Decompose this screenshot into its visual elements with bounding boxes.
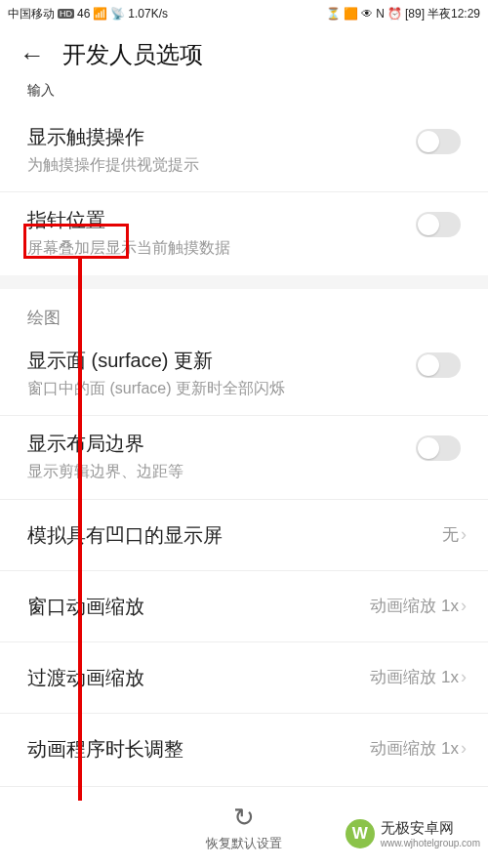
chevron-right-icon: › xyxy=(461,667,467,687)
row-layout-bounds[interactable]: 显示布局边界 显示剪辑边界、边距等 xyxy=(0,415,488,498)
row-value: 动画缩放 1x xyxy=(370,595,459,617)
speed-label: 1.07K/s xyxy=(128,7,168,21)
row-title: 窗口动画缩放 xyxy=(27,593,144,620)
watermark-name: 无极安卓网 xyxy=(381,819,454,836)
row-subtitle: 屏幕叠加层显示当前触摸数据 xyxy=(27,237,404,259)
watermark: W 无极安卓网 www.wjhotelgroup.com xyxy=(346,819,480,848)
toggle-surface-updates[interactable] xyxy=(416,352,461,378)
hd-badge: HD xyxy=(58,9,74,19)
signal-icon: 📶 xyxy=(93,7,107,21)
time-label: 半夜12:29 xyxy=(427,6,480,22)
alarm-icon: ⏰ xyxy=(387,7,402,21)
row-value: 动画缩放 1x xyxy=(370,737,459,760)
page-title: 开发人员选项 xyxy=(62,39,203,70)
row-title: 显示面 (surface) 更新 xyxy=(27,347,404,374)
hourglass-icon: ⏳ xyxy=(326,7,341,21)
reset-icon[interactable]: ↻ xyxy=(233,803,255,833)
toggle-show-touch[interactable] xyxy=(416,129,461,154)
row-transition-animation[interactable]: 过渡动画缩放 动画缩放 1x › xyxy=(0,641,488,713)
status-bar: 中国移动 HD 46 📶 📡 1.07K/s ⏳ 🟧 👁 N ⏰ [89] 半夜… xyxy=(0,0,488,27)
reset-label[interactable]: 恢复默认设置 xyxy=(206,835,282,852)
row-animator-duration[interactable]: 动画程序时长调整 动画缩放 1x › xyxy=(0,713,488,784)
row-value: 无 xyxy=(442,523,459,546)
eye-icon: 👁 xyxy=(361,7,373,21)
row-pointer-location[interactable]: 指针位置 屏幕叠加层显示当前触摸数据 xyxy=(0,191,488,274)
row-title: 模拟具有凹口的显示屏 xyxy=(27,521,223,549)
chevron-right-icon: › xyxy=(461,596,467,616)
section-header-drawing: 绘图 xyxy=(0,289,488,333)
page-header: ← 开发人员选项 xyxy=(0,27,488,78)
carrier-label: 中国移动 xyxy=(8,6,55,22)
net-badge: 46 xyxy=(77,7,90,21)
row-title: 指针位置 xyxy=(27,206,404,233)
row-value: 动画缩放 1x xyxy=(370,666,459,688)
row-subtitle: 窗口中的面 (surface) 更新时全部闪烁 xyxy=(27,378,404,399)
weibo-icon: 🟧 xyxy=(344,7,358,21)
battery-icon: [89] xyxy=(405,7,425,21)
toggle-layout-bounds[interactable] xyxy=(416,435,461,461)
watermark-logo: W xyxy=(346,819,375,848)
row-simulate-cutout[interactable]: 模拟具有凹口的显示屏 无 › xyxy=(0,499,488,570)
row-title: 过渡动画缩放 xyxy=(27,664,144,691)
section-divider xyxy=(0,275,488,289)
row-title: 动画程序时长调整 xyxy=(27,735,183,763)
truncated-section-label: 输入 xyxy=(0,78,488,109)
row-title: 显示布局边界 xyxy=(27,430,404,457)
watermark-url: www.wjhotelgroup.com xyxy=(381,838,480,848)
row-subtitle: 显示剪辑边界、边距等 xyxy=(27,461,404,482)
row-window-animation[interactable]: 窗口动画缩放 动画缩放 1x › xyxy=(0,570,488,641)
toggle-pointer-location[interactable] xyxy=(416,212,461,237)
row-show-touch[interactable]: 显示触摸操作 为触摸操作提供视觉提示 xyxy=(0,109,488,191)
row-subtitle: 为触摸操作提供视觉提示 xyxy=(27,154,404,176)
chevron-right-icon: › xyxy=(461,738,467,759)
chevron-right-icon: › xyxy=(461,524,467,545)
back-button[interactable]: ← xyxy=(20,40,45,70)
row-title: 显示触摸操作 xyxy=(27,123,404,150)
row-surface-updates[interactable]: 显示面 (surface) 更新 窗口中的面 (surface) 更新时全部闪烁 xyxy=(0,333,488,415)
wifi-icon: 📡 xyxy=(110,7,125,21)
nfc-icon: N xyxy=(376,7,385,21)
